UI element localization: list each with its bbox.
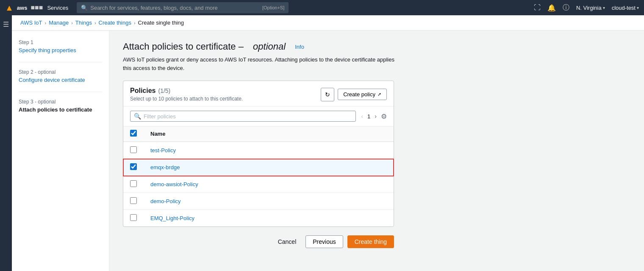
policies-subtitle: Select up to 10 policies to attach to th… [130,96,243,102]
table-row: emqx-brdge [123,159,394,176]
pagination-settings-button[interactable]: ⚙ [381,112,387,120]
side-navigation: ☰ [0,15,12,271]
row-checkbox-cell-3 [123,176,144,193]
create-policy-button[interactable]: Create policy ➚ [338,89,387,100]
policy-name-cell-5: EMQ_Light-Policy [144,210,394,227]
account-selector[interactable]: cloud-test [612,5,639,11]
cancel-button[interactable]: Cancel [273,235,302,248]
filter-input-wrap: 🔍 [130,111,356,122]
policies-card: Policies (1/5) Select up to 10 policies … [123,81,394,227]
previous-button[interactable]: Previous [305,235,343,248]
header-actions: ↻ Create policy ➚ [321,88,387,101]
policy-name-cell-3: demo-awsiot-Policy [144,176,394,193]
breadcrumb-create-things[interactable]: Create things [99,20,131,26]
step-1-item: Step 1 Specify thing properties [19,39,102,53]
policy-checkbox-1[interactable] [130,146,137,153]
step-1-divider [19,62,102,62]
policy-name-link-4[interactable]: demo-Policy [150,198,181,204]
filter-input[interactable] [144,113,352,120]
nav-right: ⛶ 🔔 ⓘ N. Virginia cloud-test [534,3,639,12]
search-shortcut: [Option+S] [262,5,284,10]
steps-sidebar: Step 1 Specify thing properties Step 2 -… [12,31,109,271]
breadcrumb-bar: AWS IoT › Manage › Things › Create thing… [12,15,644,31]
row-checkbox-cell-4 [123,193,144,210]
select-all-checkbox[interactable] [130,130,137,137]
policies-tbody: test-Policyemqx-brdgedemo-awsiot-Policyd… [123,142,394,226]
step-1-link[interactable]: Specify thing properties [19,47,76,53]
breadcrumb-manage[interactable]: Manage [49,20,69,26]
policy-checkbox-5[interactable] [130,214,137,221]
row-checkbox-cell-2 [123,159,144,176]
row-checkbox-cell-5 [123,210,144,227]
top-navigation: ▲ aws ⁠■■■ Services 🔍 [Option+S] ⛶ 🔔 ⓘ N… [0,0,644,15]
help-icon[interactable]: ⓘ [563,3,569,12]
step-3-item: Step 3 - optional Attach policies to cer… [19,99,102,113]
breadcrumb-aws-iot[interactable]: AWS IoT [20,20,42,26]
step-2-item: Step 2 - optional Configure device certi… [19,69,102,83]
policies-title: Policies [130,87,155,95]
table-row: demo-awsiot-Policy [123,176,394,193]
page-number: 1 [367,113,370,120]
policies-header: Policies (1/5) Select up to 10 policies … [123,81,394,106]
page-description: AWS IoT policies grant or deny access to… [123,56,398,72]
search-icon: 🔍 [81,5,88,11]
footer-actions: Cancel Previous Create thing [123,227,394,252]
policy-name-link-2[interactable]: emqx-brdge [150,164,180,170]
table-row: EMQ_Light-Policy [123,210,394,227]
policies-table: Name test-Policyemqx-brdgedemo-awsiot-Po… [123,126,394,226]
policy-name-cell-1: test-Policy [144,142,394,159]
select-all-header [123,126,144,142]
prev-page-button[interactable]: ‹ [359,112,365,120]
table-row: test-Policy [123,142,394,159]
fullscreen-icon[interactable]: ⛶ [534,4,541,11]
breadcrumb-things[interactable]: Things [75,20,92,26]
search-input[interactable] [90,5,260,11]
policies-count: (1/5) [158,87,170,94]
content-inner: Step 1 Specify thing properties Step 2 -… [12,31,644,271]
external-link-icon: ➚ [378,92,381,97]
table-row: demo-Policy [123,193,394,210]
name-column-header: Name [144,126,394,142]
services-button[interactable]: Services [47,5,68,11]
policy-name-link-5[interactable]: EMQ_Light-Policy [150,215,194,221]
aws-logo-icon: ▲ [5,3,14,13]
policy-name-cell-4: demo-Policy [144,193,394,210]
breadcrumb-sep-4: › [134,20,136,25]
grid-icon[interactable]: ⁠■■■ [31,4,43,11]
search-bar: 🔍 [Option+S] [77,2,289,13]
pagination: ‹ 1 › ⚙ [359,112,387,120]
policy-checkbox-2[interactable] [130,163,137,170]
policy-name-link-1[interactable]: test-Policy [150,147,176,154]
policy-name-link-3[interactable]: demo-awsiot-Policy [150,181,198,187]
policy-checkbox-4[interactable] [130,197,137,204]
content-area: Attach policies to certificate – optiona… [109,31,644,271]
main-wrapper: AWS IoT › Manage › Things › Create thing… [12,15,644,271]
policy-name-cell-2: emqx-brdge [144,159,394,176]
filter-bar: 🔍 ‹ 1 › ⚙ [123,106,394,126]
table-header-row: Name [123,126,394,142]
breadcrumb-current: Create single thing [138,20,184,26]
region-selector[interactable]: N. Virginia [576,5,605,11]
step-3-label: Step 3 - optional [19,99,102,105]
row-checkbox-cell-1 [123,142,144,159]
refresh-button[interactable]: ↻ [321,88,334,101]
step-2-divider [19,92,102,92]
breadcrumb-sep-3: › [94,20,96,25]
bell-icon[interactable]: 🔔 [547,4,556,12]
policy-checkbox-3[interactable] [130,180,137,187]
next-page-button[interactable]: › [373,112,378,120]
step-2-label: Step 2 - optional [19,69,102,75]
breadcrumb-sep-2: › [71,20,73,25]
breadcrumb-sep-1: › [45,20,47,25]
step-1-label: Step 1 [19,39,102,45]
filter-search-icon: 🔍 [134,113,141,120]
step-2-link[interactable]: Configure device certificate [19,77,85,83]
info-link[interactable]: Info [295,44,304,50]
policies-title-section: Policies (1/5) Select up to 10 policies … [130,87,243,102]
hamburger-icon[interactable]: ☰ [3,20,9,28]
step-3-link: Attach policies to certificate [19,106,92,113]
aws-logo: aws [17,5,28,11]
page-title: Attach policies to certificate – optiona… [123,41,630,52]
create-thing-button[interactable]: Create thing [347,235,394,248]
